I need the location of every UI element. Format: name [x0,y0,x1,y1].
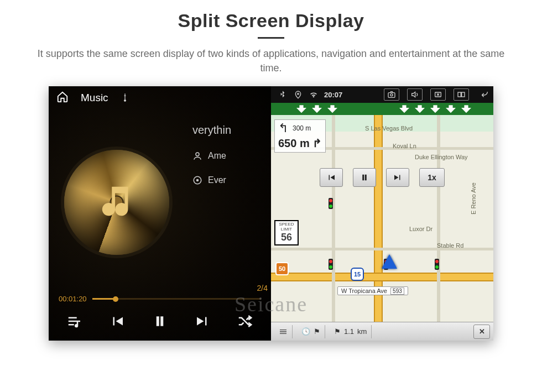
map-canvas[interactable]: S Las Vegas Blvd Koval Ln Duke Ellington… [271,115,493,322]
home-icon[interactable] [56,91,69,106]
close-app-button[interactable] [430,88,446,101]
svg-rect-4 [388,93,395,98]
street-label: S Las Vegas Blvd [365,125,413,132]
album-row: Ever [192,175,275,185]
lane-arrow-icon [430,105,440,113]
svg-point-0 [196,153,199,156]
route-badge: 50 [275,262,289,275]
menu-button[interactable] [274,325,293,338]
flag-icon: ⚑ [314,327,320,336]
road [271,273,493,281]
title-underline [258,37,284,39]
lane-arrow-icon [415,105,425,113]
clock-icon: 🕓 [301,327,310,336]
speed-limit-sign: SPEED LIMIT 56 [274,220,299,245]
eta-chip[interactable]: 🕓 ⚑ [297,325,325,338]
remaining-distance-value: 1.1 [344,327,354,336]
location-icon [293,90,303,100]
street-label: E Reno Ave [470,182,477,215]
progress-bar[interactable] [92,298,261,300]
volume-button[interactable] [407,88,423,101]
nav-footer: 🕓 ⚑ ⚑ 1.1 km ✕ [271,322,493,341]
progress-thumb[interactable] [113,296,118,302]
music-title-label: Music [81,92,108,104]
music-body: verythin Ame Ever 2/4 [49,109,271,295]
svg-point-5 [390,94,393,96]
turn-small-distance: 300 m [293,124,311,132]
artist-row: Ame [192,151,275,161]
nav-close-button[interactable]: ✕ [473,325,490,339]
lane-guidance-strip [271,103,493,115]
turn-left-icon: ↰ [278,122,288,134]
elapsed-time: 00:01:20 [59,295,87,303]
street-label: Stable Rd [437,242,463,249]
disc-icon [192,175,202,185]
street-label: Koval Ln [393,143,416,149]
lane-arrow-icon [461,105,471,113]
music-topbar: Music [49,86,271,109]
street-label: Luxor Dr [409,226,432,232]
lane-arrow-icon [446,105,456,113]
sim-prev-button[interactable] [320,168,343,187]
album-art-disc[interactable] [64,150,169,255]
turn-instruction-card: ↰ 300 m 650 m ↱ [274,119,326,153]
turn-right-icon: ↱ [312,137,322,149]
music-controls [49,305,271,341]
svg-point-3 [298,93,299,95]
traffic-light-icon [329,198,333,209]
prev-button[interactable] [105,309,129,333]
sim-speed-button[interactable]: 1x [419,168,445,187]
usb-icon[interactable] [121,93,129,103]
track-counter: 2/4 [257,284,268,292]
progress-row: 00:01:20 [49,295,271,305]
android-status-bar: 20:07 [271,86,493,103]
svg-rect-8 [462,92,465,97]
album-name: Ever [208,175,226,185]
page-subtitle: It supports the same screen display of t… [28,46,514,75]
road-minor [332,115,335,322]
track-title: verythin [192,124,275,137]
playlist-button[interactable] [62,309,87,333]
wifi-icon [309,90,319,100]
head-unit-screen: Music verythin Ame Ever [49,86,493,341]
sim-next-button[interactable] [386,168,409,187]
speed-limit-value: 56 [275,232,298,243]
interstate-shield-icon: 15 [351,268,364,281]
lane-arrow-icon [399,105,409,113]
lane-arrow-icon [312,105,322,113]
current-road-label: W Tropicana Ave 593 [337,286,408,295]
shuffle-button[interactable] [233,309,257,333]
traffic-light-icon [435,259,439,270]
vehicle-marker-icon [382,254,397,269]
progress-fill [92,298,116,300]
street-label: Duke Ellington Way [415,154,468,160]
music-note-icon [97,182,136,223]
artist-name: Ame [208,151,226,161]
traffic-light-icon [329,259,333,270]
split-screen-button[interactable] [454,88,469,101]
remaining-distance-unit: km [357,327,367,336]
sim-pause-button[interactable] [353,168,376,187]
back-button[interactable] [480,90,489,100]
pause-button[interactable] [148,309,172,333]
turn-big-distance: 650 m [278,137,310,149]
lane-arrow-icon [327,105,337,113]
page-title: Split Screen Display [0,10,542,32]
music-panel: Music verythin Ame Ever [49,86,271,341]
road-minor [437,115,440,322]
person-icon [192,151,202,161]
current-road-name: W Tropicana Ave [341,288,387,294]
next-button[interactable] [190,309,215,333]
lane-arrow-icon [296,105,306,113]
route-number-badge: 593 [390,288,404,295]
bluetooth-icon [278,90,288,100]
flag-icon: ⚑ [334,327,341,336]
svg-point-2 [197,180,199,181]
screenshot-button[interactable] [384,88,399,101]
svg-rect-7 [458,92,461,97]
track-metadata: verythin Ame Ever [192,124,275,200]
navigation-panel: 20:07 [271,86,493,341]
simulation-controls: 1x [320,168,445,187]
status-time: 20:07 [324,91,342,99]
remaining-distance-chip[interactable]: ⚑ 1.1 km [330,325,372,338]
